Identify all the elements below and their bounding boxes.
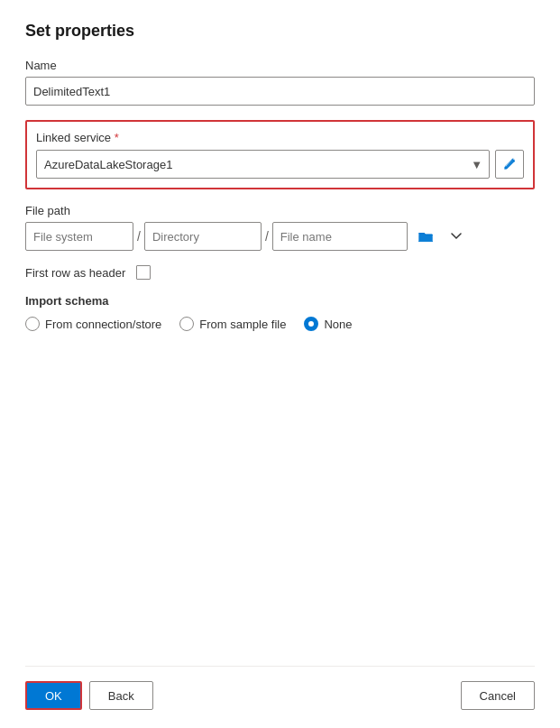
back-button[interactable]: Back	[89, 681, 153, 710]
radio-none-label: None	[324, 318, 352, 331]
radio-option-none[interactable]: None	[304, 317, 352, 331]
name-group: Name	[25, 59, 535, 106]
linked-service-label: Linked service *	[36, 131, 524, 144]
filesystem-input[interactable]	[25, 222, 133, 251]
required-marker: *	[115, 131, 119, 144]
radio-from-sample[interactable]	[179, 317, 194, 331]
file-path-label: File path	[25, 204, 535, 217]
radio-from-connection[interactable]	[25, 317, 40, 331]
filename-input[interactable]	[272, 222, 408, 251]
import-schema-label: Import schema	[25, 294, 535, 308]
pencil-icon	[503, 158, 516, 170]
folder-icon	[418, 229, 433, 244]
ok-button[interactable]: OK	[25, 681, 82, 710]
name-label: Name	[25, 59, 535, 72]
spacer	[25, 346, 535, 666]
linked-service-select-wrapper: AzureDataLakeStorage1 ▼	[36, 150, 490, 179]
linked-service-select[interactable]: AzureDataLakeStorage1	[36, 150, 490, 179]
dropdown-button[interactable]	[442, 222, 471, 251]
first-row-header-group: First row as header	[25, 265, 535, 280]
first-row-header-checkbox[interactable]	[136, 265, 151, 280]
file-path-group: File path / /	[25, 204, 535, 251]
first-row-header-label: First row as header	[25, 266, 125, 280]
radio-none[interactable]	[304, 317, 318, 331]
radio-from-sample-label: From sample file	[199, 318, 286, 331]
chevron-down-icon	[451, 231, 462, 242]
edit-linked-service-button[interactable]	[495, 150, 524, 179]
dialog-title: Set properties	[25, 22, 535, 41]
file-path-row: / /	[25, 222, 535, 251]
name-input[interactable]	[25, 77, 535, 106]
radio-option-from-connection[interactable]: From connection/store	[25, 317, 161, 331]
directory-input[interactable]	[144, 222, 262, 251]
path-separator-2: /	[265, 222, 269, 251]
file-path-actions	[411, 222, 471, 251]
linked-service-row: AzureDataLakeStorage1 ▼	[36, 150, 524, 179]
path-separator-1: /	[137, 222, 141, 251]
set-properties-dialog: Set properties Name Linked service * Azu…	[0, 0, 560, 728]
radio-from-connection-label: From connection/store	[45, 318, 161, 331]
radio-option-from-sample[interactable]: From sample file	[179, 317, 286, 331]
import-schema-group: Import schema From connection/store From…	[25, 294, 535, 331]
dialog-footer: OK Back Cancel	[25, 666, 535, 710]
cancel-button[interactable]: Cancel	[461, 681, 535, 710]
browse-folder-button[interactable]	[411, 222, 440, 251]
linked-service-group: Linked service * AzureDataLakeStorage1 ▼	[25, 120, 535, 189]
import-schema-options: From connection/store From sample file N…	[25, 317, 535, 331]
